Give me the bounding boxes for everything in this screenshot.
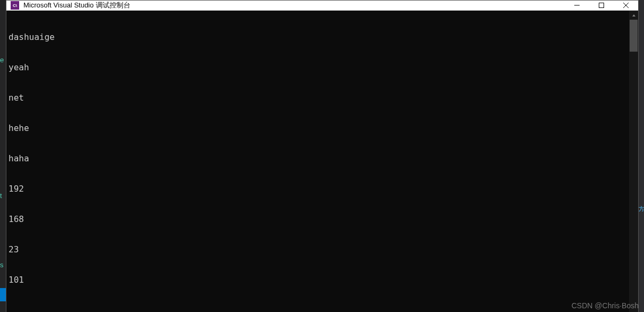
console-body: dashuaige yeah net hehe haha 192 168 23 … <box>6 11 638 312</box>
bg-char: e <box>0 56 4 64</box>
bg-char: t <box>0 192 2 200</box>
output-line: net <box>9 93 627 103</box>
minimize-button[interactable] <box>565 1 589 10</box>
close-button[interactable] <box>614 1 638 10</box>
bg-char: s <box>0 261 4 269</box>
blue-accent <box>0 288 6 301</box>
output-line: 101 <box>9 275 627 285</box>
titlebar[interactable]: C\ Microsoft Visual Studio 调试控制台 <box>6 1 638 11</box>
output-line: dashuaige <box>9 32 627 42</box>
console-window: C\ Microsoft Visual Studio 调试控制台 dashuai… <box>6 0 639 312</box>
scroll-up-arrow-icon[interactable] <box>629 11 638 20</box>
right-hint: 方 <box>639 205 644 213</box>
right-editor-strip: 方 <box>639 0 644 312</box>
output-line: yeah <box>9 62 627 72</box>
window-title: Microsoft Visual Studio 调试控制台 <box>23 1 565 10</box>
output-line: hehe <box>9 123 627 133</box>
output-line: haha <box>9 153 627 163</box>
app-icon: C\ <box>11 1 19 10</box>
maximize-button[interactable] <box>589 1 614 10</box>
maximize-icon <box>599 3 604 8</box>
window-controls <box>565 1 638 10</box>
console-output[interactable]: dashuaige yeah net hehe haha 192 168 23 … <box>6 11 629 312</box>
output-line: 168 <box>9 214 627 224</box>
output-line: 23 <box>9 244 627 254</box>
minimize-icon <box>574 3 580 8</box>
vertical-scrollbar[interactable] <box>629 11 638 312</box>
output-line: 192 <box>9 184 627 194</box>
scrollbar-thumb[interactable] <box>630 20 638 52</box>
svg-rect-1 <box>599 3 604 8</box>
close-icon <box>623 3 629 8</box>
